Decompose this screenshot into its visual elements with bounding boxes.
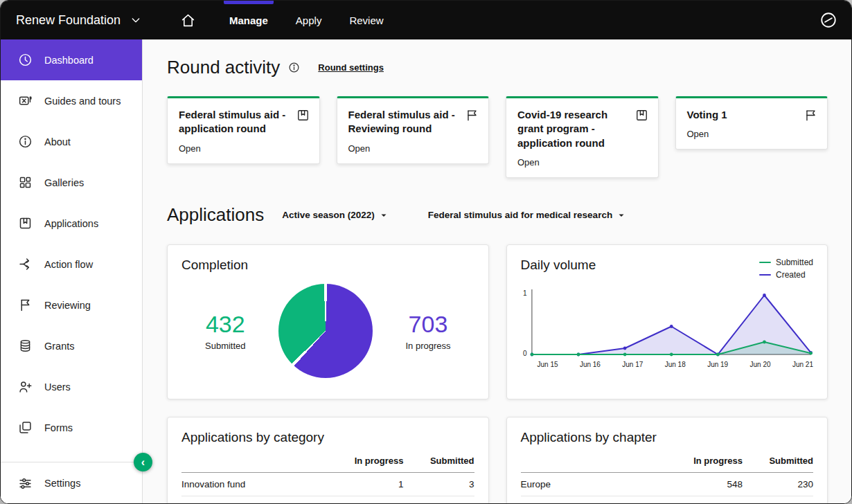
season-filter-dropdown[interactable]: Active season (2022) <box>282 210 388 220</box>
table-header-in-progress: In progress <box>322 449 404 473</box>
action-flow-icon <box>18 257 33 271</box>
daily-volume-panel: Daily volume Submitted Created <box>506 244 828 399</box>
sidebar-item-label: Dashboard <box>44 55 94 66</box>
submitted-label: Submitted <box>205 341 246 351</box>
users-icon <box>18 379 33 394</box>
org-switcher[interactable]: Renew Foundation <box>1 13 160 28</box>
applications-by-chapter-panel: Applications by chapter In progress Subm… <box>506 417 828 503</box>
brand-button[interactable] <box>819 11 837 29</box>
nav-item-apply[interactable]: Apply <box>296 1 322 39</box>
chapter-table-title: Applications by chapter <box>521 430 814 445</box>
table-header-empty <box>521 449 662 473</box>
home-icon <box>181 13 195 28</box>
bookmark-icon <box>296 109 310 122</box>
info-icon <box>18 134 33 149</box>
in-progress-count: 703 <box>405 311 450 338</box>
row-in-progress: 0 <box>322 496 404 503</box>
sidebar-item-label: Action flow <box>44 259 93 270</box>
sidebar-item-label: Reviewing <box>44 300 91 311</box>
galleries-icon <box>18 175 33 190</box>
program-filter-dropdown[interactable]: Federal stimulus aid for medical researc… <box>428 210 625 220</box>
row-label: Europe <box>521 472 662 496</box>
round-activity-title: Round activity <box>167 57 280 78</box>
y-axis-labels: 1 0 <box>521 288 529 357</box>
submitted-count: 432 <box>205 311 246 338</box>
info-icon[interactable] <box>288 62 300 73</box>
chevron-down-icon <box>130 15 141 26</box>
sidebar-collapse-button[interactable]: ‹ <box>134 453 152 471</box>
table-row: Emergency Support fund 0 2 <box>181 496 474 503</box>
applications-title: Applications <box>167 204 264 226</box>
line-chart-svg <box>529 288 814 357</box>
round-card-title: Voting 1 <box>687 108 727 122</box>
sidebar: Dashboard Guides and tours About Galleri… <box>1 39 143 503</box>
round-card[interactable]: Voting 1 Open <box>675 96 828 150</box>
sidebar-settings-section: Settings <box>1 462 142 503</box>
flag-icon <box>465 109 479 122</box>
table-header-submitted: Submitted <box>743 449 813 473</box>
completion-pie-chart <box>278 284 373 378</box>
round-card-status: Open <box>517 157 648 168</box>
flag-icon <box>804 109 817 122</box>
sidebar-item-users[interactable]: Users <box>1 366 142 407</box>
chapter-table: In progress Submitted Europe 548 230 Nor… <box>521 449 814 503</box>
completion-panel: Completion 432 Submitted 703 In progress <box>167 244 489 399</box>
round-card[interactable]: Federal stimulus aid - Reviewing round O… <box>337 96 490 164</box>
sidebar-item-forms[interactable]: Forms <box>1 407 142 448</box>
category-table: In progress Submitted Innovation fund 1 … <box>181 449 474 503</box>
nav-label: Review <box>349 15 383 26</box>
nav-item-manage[interactable]: Manage <box>229 1 268 39</box>
table-row: Europe 548 230 <box>521 472 814 496</box>
x-tick: Jun 16 <box>580 361 601 368</box>
applications-icon <box>18 216 33 231</box>
home-button[interactable] <box>174 1 202 39</box>
sidebar-item-dashboard[interactable]: Dashboard <box>1 39 142 80</box>
completion-title: Completion <box>181 258 474 273</box>
table-row: Innovation fund 1 3 <box>181 472 474 496</box>
org-name: Renew Foundation <box>16 13 121 28</box>
sidebar-item-settings[interactable]: Settings <box>1 462 142 504</box>
nav-item-review[interactable]: Review <box>349 1 383 39</box>
x-tick: Jun 18 <box>665 361 686 368</box>
sidebar-item-galleries[interactable]: Galleries <box>1 162 142 203</box>
sidebar-item-action-flow[interactable]: Action flow <box>1 244 142 285</box>
table-header-submitted: Submitted <box>404 449 474 473</box>
y-axis-min: 0 <box>523 350 527 357</box>
sidebar-item-label: Applications <box>44 218 98 229</box>
round-card-title: Federal stimulus aid - Reviewing round <box>348 108 461 136</box>
table-row: North America 155 202 <box>521 496 814 503</box>
sidebar-item-applications[interactable]: Applications <box>1 203 142 244</box>
round-settings-link[interactable]: Round settings <box>318 62 384 73</box>
submitted-stat: 432 Submitted <box>205 311 246 351</box>
sidebar-item-label: Galleries <box>44 177 84 188</box>
in-progress-stat: 703 In progress <box>405 311 450 351</box>
reviewing-flag-icon <box>18 298 33 312</box>
sidebar-item-reviewing[interactable]: Reviewing <box>1 285 142 325</box>
legend-swatch-green <box>759 262 771 264</box>
round-card-title: Federal stimulus aid - application round <box>179 108 291 136</box>
row-submitted: 202 <box>743 496 813 503</box>
forms-icon <box>18 420 33 435</box>
main-content: Round activity Round settings Federal st… <box>143 39 851 503</box>
round-card[interactable]: Federal stimulus aid - application round… <box>167 96 320 164</box>
sidebar-item-label: Guides and tours <box>44 96 121 107</box>
x-tick: Jun 21 <box>792 361 813 368</box>
round-cards-row: Federal stimulus aid - application round… <box>167 96 828 178</box>
legend-swatch-purple <box>759 274 771 276</box>
chart-legend: Submitted Created <box>759 258 813 280</box>
sidebar-item-guides-and-tours[interactable]: Guides and tours <box>1 80 142 121</box>
sidebar-item-about[interactable]: About <box>1 121 142 162</box>
applications-header: Applications Active season (2022) Federa… <box>167 204 828 226</box>
sidebar-item-label: Settings <box>44 478 80 489</box>
table-header-empty <box>181 449 322 473</box>
app-window: Renew Foundation Manage Apply Review <box>0 0 852 504</box>
x-tick: Jun 17 <box>622 361 643 368</box>
chevron-down-icon <box>380 211 388 219</box>
dashboard-icon <box>18 53 33 67</box>
x-axis-labels: Jun 15 Jun 16 Jun 17 Jun 18 Jun 19 Jun 2… <box>538 361 814 368</box>
row-label: Innovation fund <box>181 472 322 496</box>
round-card[interactable]: Covid-19 research grant program - applic… <box>506 96 659 178</box>
grants-icon <box>18 339 33 353</box>
sidebar-item-label: Users <box>44 381 71 393</box>
sidebar-item-grants[interactable]: Grants <box>1 325 142 366</box>
